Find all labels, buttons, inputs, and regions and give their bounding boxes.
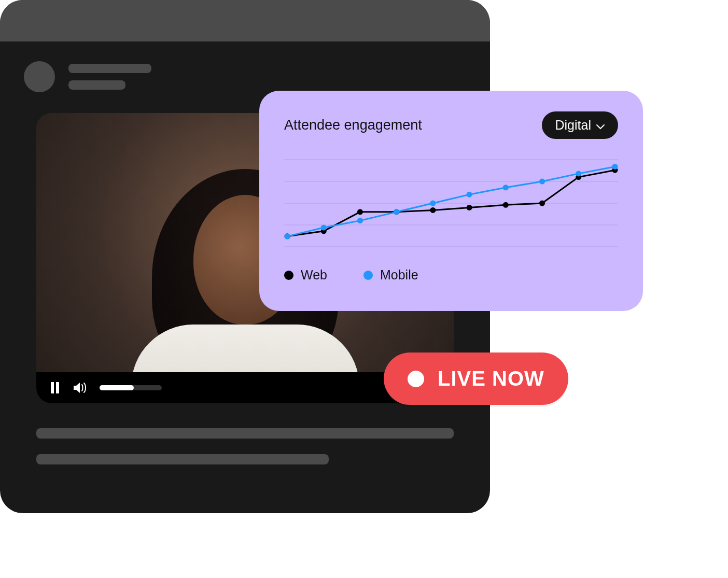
legend-item-web: Web <box>284 267 327 283</box>
svg-point-26 <box>612 164 618 170</box>
filter-dropdown[interactable]: Digital <box>542 111 618 139</box>
pause-icon[interactable] <box>50 382 60 393</box>
svg-rect-0 <box>51 382 54 393</box>
post-header <box>0 41 490 92</box>
live-now-badge[interactable]: LIVE NOW <box>384 353 568 405</box>
svg-point-9 <box>357 209 363 215</box>
filter-dropdown-label: Digital <box>555 118 591 133</box>
legend-label: Web <box>301 267 327 283</box>
svg-point-24 <box>539 179 545 185</box>
volume-icon[interactable] <box>73 382 87 394</box>
placeholder-line <box>36 454 329 464</box>
svg-point-20 <box>394 209 399 215</box>
live-indicator-icon <box>408 371 424 387</box>
svg-point-23 <box>503 185 509 190</box>
live-label: LIVE NOW <box>438 367 544 390</box>
svg-point-22 <box>467 192 472 198</box>
svg-point-14 <box>539 201 545 206</box>
svg-point-13 <box>503 202 509 208</box>
legend-dot-icon <box>363 271 373 280</box>
svg-point-21 <box>430 201 436 206</box>
placeholder-line <box>36 428 454 439</box>
svg-point-19 <box>357 218 363 223</box>
avatar <box>24 61 55 92</box>
engagement-chart-card: Attendee engagement Digital Web Mobile <box>259 91 643 311</box>
progress-bar[interactable] <box>100 385 162 390</box>
svg-point-17 <box>285 233 290 239</box>
chart-legend: Web Mobile <box>284 267 618 283</box>
window-titlebar <box>0 0 490 41</box>
svg-point-12 <box>467 205 472 210</box>
svg-point-18 <box>321 225 327 231</box>
legend-dot-icon <box>284 271 293 280</box>
legend-item-mobile: Mobile <box>363 267 418 283</box>
svg-point-11 <box>430 207 436 213</box>
placeholder-line <box>68 64 151 73</box>
post-header-text-placeholder <box>68 64 151 90</box>
legend-label: Mobile <box>380 267 418 283</box>
svg-rect-1 <box>56 382 59 393</box>
chart-plot <box>284 157 618 250</box>
placeholder-line <box>68 80 125 90</box>
svg-point-25 <box>576 171 581 176</box>
chart-title: Attendee engagement <box>284 117 422 133</box>
progress-fill <box>100 385 134 390</box>
chevron-down-icon <box>596 118 605 133</box>
post-body-placeholder <box>0 403 490 464</box>
